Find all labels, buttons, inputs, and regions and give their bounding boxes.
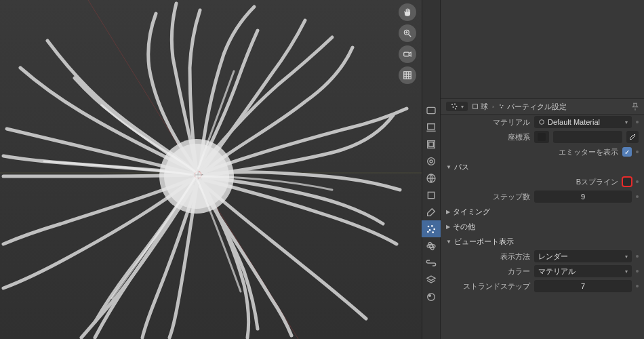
- tool-material-icon[interactable]: [422, 288, 441, 305]
- tool-output-icon[interactable]: [422, 119, 441, 136]
- svg-rect-11: [404, 52, 409, 56]
- svg-point-34: [428, 241, 435, 250]
- particles-icon: [450, 102, 458, 111]
- breadcrumb-object[interactable]: 球: [472, 102, 488, 112]
- panel-other-header[interactable]: ▶ その他: [441, 219, 644, 234]
- svg-point-38: [454, 104, 456, 105]
- svg-rect-21: [429, 142, 434, 146]
- properties-panel: ▾ 球 › パーティクル設定 マテリアル Default Material ▾: [441, 0, 644, 339]
- display-as-dropdown[interactable]: レンダー▾: [534, 250, 632, 262]
- breadcrumb-context[interactable]: ▾: [446, 102, 468, 111]
- tool-object-icon[interactable]: [422, 186, 441, 203]
- anim-dot[interactable]: [636, 255, 639, 258]
- label-show-emitter: エミッターを表示: [559, 147, 618, 157]
- viewport-nav-buttons: [399, 3, 416, 84]
- svg-point-36: [429, 294, 431, 296]
- svg-point-44: [502, 104, 504, 106]
- svg-point-39: [456, 106, 458, 107]
- svg-point-46: [540, 120, 544, 125]
- svg-point-22: [430, 160, 432, 163]
- pin-icon[interactable]: [630, 102, 640, 111]
- svg-line-8: [409, 35, 411, 37]
- anim-dot[interactable]: [636, 195, 639, 198]
- svg-point-29: [429, 229, 431, 231]
- anim-dot[interactable]: [636, 151, 639, 153]
- coord-object-name[interactable]: [553, 131, 622, 143]
- checkbox-show-emitter[interactable]: ✓: [622, 147, 632, 157]
- row-strand-steps: ストランドステップ 7: [441, 279, 644, 294]
- svg-point-37: [451, 104, 453, 105]
- coord-object-field[interactable]: [534, 131, 549, 143]
- tool-data-icon[interactable]: [422, 271, 441, 288]
- tool-constraint-icon[interactable]: [422, 254, 441, 271]
- row-steps: ステップ数 9: [441, 189, 644, 204]
- tool-modifier-icon[interactable]: [422, 203, 441, 220]
- svg-rect-17: [427, 107, 435, 113]
- particles-icon: [498, 103, 505, 110]
- svg-rect-18: [428, 123, 435, 129]
- camera-icon[interactable]: [399, 45, 416, 63]
- viewport-3d[interactable]: [0, 0, 422, 339]
- row-draw-color: カラー マテリアル▾: [441, 264, 644, 279]
- row-show-emitter: エミッターを表示 ✓: [441, 144, 644, 159]
- svg-point-32: [430, 245, 432, 247]
- panel-viewport-header[interactable]: ▼ ビューポート表示: [441, 234, 644, 249]
- panel-path-header[interactable]: ▼ パス: [441, 159, 644, 174]
- anim-dot[interactable]: [636, 285, 639, 287]
- row-material: マテリアル Default Material ▾: [441, 115, 644, 129]
- tool-physics-icon[interactable]: [422, 237, 441, 254]
- tool-world-icon[interactable]: [422, 170, 441, 186]
- draw-color-dropdown[interactable]: マテリアル▾: [534, 265, 632, 277]
- breadcrumb: ▾ 球 › パーティクル設定: [441, 98, 644, 115]
- mesh-icon: [472, 103, 479, 110]
- label-display-as: 表示方法: [443, 252, 530, 262]
- svg-rect-12: [404, 72, 411, 79]
- label-steps: ステップ数: [443, 192, 530, 202]
- label-strand-steps: ストランドステップ: [443, 281, 530, 292]
- row-coord: 座標系: [441, 129, 644, 144]
- zoom-icon[interactable]: [399, 24, 416, 42]
- svg-rect-25: [428, 192, 434, 198]
- material-icon: [538, 119, 545, 125]
- label-material: マテリアル: [443, 117, 530, 127]
- strand-steps-value[interactable]: 7: [534, 280, 632, 292]
- panel-timing-header[interactable]: ▶ タイミング: [441, 204, 644, 219]
- grid-icon[interactable]: [399, 66, 416, 84]
- svg-point-45: [500, 106, 502, 108]
- tool-viewlayer-icon[interactable]: [422, 136, 441, 153]
- label-bspline: Bスプライン: [576, 177, 618, 187]
- svg-point-27: [431, 225, 433, 227]
- label-coord: 座標系: [443, 132, 530, 142]
- hand-icon[interactable]: [399, 3, 416, 21]
- svg-point-31: [427, 231, 429, 233]
- material-dropdown[interactable]: Default Material ▾: [534, 116, 632, 128]
- svg-point-35: [428, 293, 435, 300]
- tool-render-icon[interactable]: [422, 102, 441, 119]
- anim-dot[interactable]: [636, 180, 639, 183]
- properties-tabs: [422, 0, 441, 339]
- svg-point-40: [453, 106, 454, 108]
- svg-point-30: [432, 231, 434, 233]
- steps-value[interactable]: 9: [534, 191, 632, 203]
- tool-scene-icon[interactable]: [422, 153, 441, 170]
- viewport-canvas: [0, 0, 422, 339]
- svg-point-28: [433, 228, 435, 230]
- anim-dot[interactable]: [636, 270, 639, 273]
- breadcrumb-settings[interactable]: パーティクル設定: [498, 102, 567, 112]
- label-draw-color: カラー: [443, 266, 530, 277]
- anim-dot[interactable]: [636, 121, 639, 123]
- panel-other-label: その他: [453, 222, 475, 232]
- eyedropper-icon[interactable]: [626, 131, 639, 143]
- row-display-as: 表示方法 レンダー▾: [441, 249, 644, 264]
- svg-point-23: [428, 157, 435, 165]
- row-bspline: Bスプライン: [441, 174, 644, 189]
- panel-path-label: パス: [454, 162, 469, 172]
- panel-viewport-label: ビューポート表示: [454, 237, 514, 247]
- panel-timing-label: タイミング: [453, 207, 490, 217]
- svg-point-26: [428, 225, 430, 227]
- svg-point-43: [500, 104, 501, 106]
- svg-point-41: [455, 108, 456, 110]
- properties-area: ▾ 球 › パーティクル設定 マテリアル Default Material ▾: [422, 0, 644, 339]
- tool-particles-icon[interactable]: [422, 220, 441, 237]
- checkbox-bspline[interactable]: [622, 177, 632, 186]
